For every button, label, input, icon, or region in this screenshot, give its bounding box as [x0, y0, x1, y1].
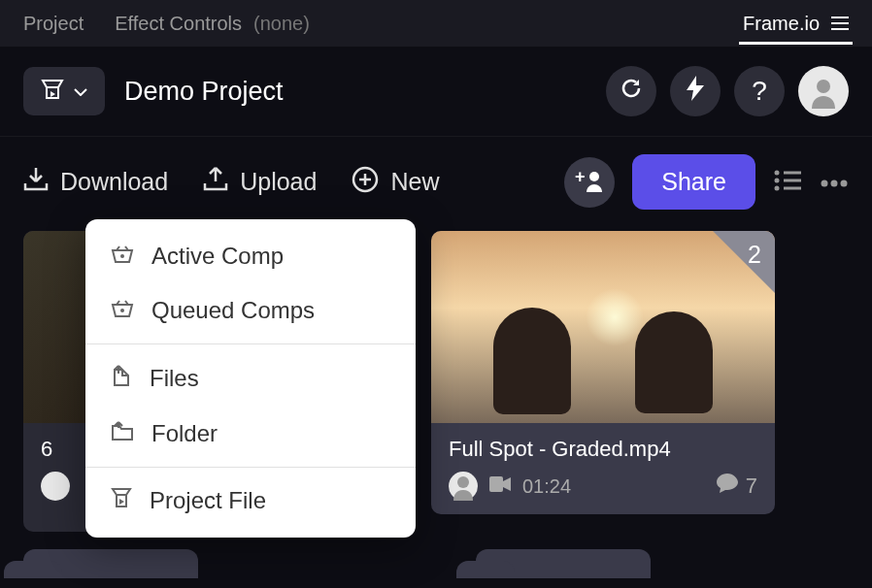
- comments-count[interactable]: 7: [717, 474, 757, 499]
- header-bar: Demo Project ?: [0, 47, 872, 137]
- menu-project-file[interactable]: Project File: [85, 474, 416, 528]
- asset-name: Full Spot - Graded.mp4: [449, 437, 757, 462]
- file-upload-icon: [111, 364, 132, 393]
- list-view-button[interactable]: [773, 169, 802, 196]
- svg-point-4: [775, 170, 780, 175]
- svg-point-10: [457, 476, 469, 488]
- svg-point-8: [831, 180, 838, 186]
- user-avatar[interactable]: [798, 66, 849, 116]
- activity-button[interactable]: [670, 66, 721, 116]
- svg-point-13: [120, 309, 124, 312]
- folder-card-partial[interactable]: [476, 549, 651, 578]
- video-icon: [489, 476, 511, 496]
- divider: [85, 467, 416, 468]
- project-icon: [41, 79, 64, 104]
- upload-button[interactable]: Upload: [203, 166, 317, 199]
- more-options-button[interactable]: [820, 174, 849, 191]
- asset-card[interactable]: 2 Full Spot - Graded.mp4 01:24: [431, 231, 775, 514]
- menu-folder[interactable]: Folder: [85, 407, 416, 461]
- folder-upload-icon: [111, 420, 134, 447]
- svg-text:+: +: [575, 169, 586, 186]
- refresh-icon: [620, 77, 643, 106]
- project-title: Demo Project: [124, 77, 284, 107]
- menu-label: Folder: [151, 420, 218, 447]
- menu-label: Files: [150, 365, 199, 392]
- comment-icon: [717, 474, 738, 499]
- top-tab-bar: Project Effect Controls (none) Frame.io: [0, 0, 872, 47]
- hamburger-icon[interactable]: [831, 13, 849, 35]
- tab-effects-label: Effect Controls: [115, 13, 242, 35]
- tab-effects-suffix: (none): [253, 13, 310, 35]
- svg-point-7: [822, 180, 828, 186]
- download-button[interactable]: Download: [23, 166, 168, 199]
- menu-label: Project File: [150, 487, 266, 514]
- chevron-down-icon: [74, 82, 87, 100]
- upload-icon: [203, 166, 228, 199]
- new-dropdown-menu: Active Comp Queued Comps Files Folder Pr…: [85, 219, 416, 538]
- lightning-icon: [687, 76, 704, 107]
- add-person-button[interactable]: +: [564, 157, 615, 208]
- menu-queued-comps[interactable]: Queued Comps: [85, 283, 416, 338]
- tab-project[interactable]: Project: [19, 3, 87, 45]
- svg-point-5: [775, 178, 780, 182]
- comment-number: 7: [746, 474, 757, 499]
- action-bar: Download Upload New + Share: [0, 137, 872, 231]
- comp-icon: [111, 243, 134, 270]
- avatar: [41, 472, 70, 501]
- asset-thumbnail: 2: [431, 231, 775, 423]
- menu-active-comp[interactable]: Active Comp: [85, 229, 416, 283]
- plus-circle-icon: [352, 166, 379, 199]
- new-label: New: [390, 168, 439, 196]
- upload-label: Upload: [240, 168, 317, 196]
- uploader-avatar: [449, 472, 478, 501]
- project-selector[interactable]: [23, 67, 105, 115]
- svg-rect-11: [489, 476, 503, 492]
- help-button[interactable]: ?: [734, 66, 785, 116]
- download-icon: [23, 166, 49, 199]
- menu-label: Active Comp: [151, 243, 284, 270]
- svg-point-12: [120, 254, 124, 258]
- tab-frameio[interactable]: Frame.io: [739, 3, 853, 45]
- menu-label: Queued Comps: [151, 297, 315, 324]
- partial-count: 6: [41, 437, 52, 461]
- version-fold: [713, 231, 775, 293]
- svg-point-9: [841, 180, 848, 186]
- project-file-icon: [111, 487, 132, 514]
- asset-duration: 01:24: [522, 475, 571, 498]
- add-person-icon: +: [575, 169, 604, 196]
- tab-effect-controls[interactable]: Effect Controls (none): [111, 3, 314, 45]
- new-button[interactable]: New: [352, 166, 439, 199]
- divider: [85, 343, 416, 344]
- folder-card-partial[interactable]: [23, 549, 198, 578]
- question-icon: ?: [752, 76, 767, 107]
- refresh-button[interactable]: [606, 66, 656, 116]
- menu-files[interactable]: Files: [85, 350, 416, 407]
- comp-icon: [111, 297, 134, 324]
- svg-point-6: [775, 185, 780, 190]
- svg-point-0: [817, 80, 830, 93]
- share-button[interactable]: Share: [632, 154, 755, 210]
- svg-point-3: [589, 172, 599, 181]
- download-label: Download: [60, 168, 168, 196]
- tab-frameio-label: Frame.io: [743, 13, 820, 35]
- version-badge: 2: [748, 241, 761, 269]
